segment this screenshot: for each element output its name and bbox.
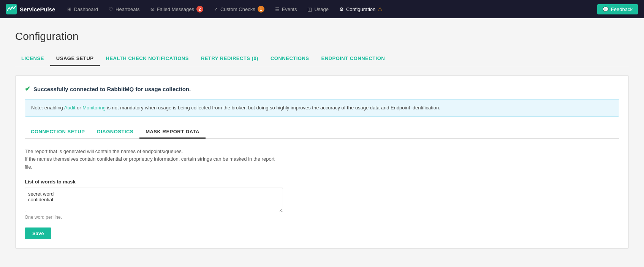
subtab-diagnostics[interactable]: DIAGNOSTICS (91, 126, 139, 139)
config-tabs: LICENSE USAGE SETUP HEALTH CHECK NOTIFIC… (15, 52, 629, 66)
custom-checks-badge: 1 (258, 6, 264, 13)
tab-usage-setup[interactable]: USAGE SETUP (50, 52, 100, 66)
success-message: ✔ Successfully connected to RabbitMQ for… (25, 85, 619, 93)
nav-link-heartbeats[interactable]: ♡ Heartbeats (104, 4, 144, 14)
tab-endpoint-connection[interactable]: ENDPOINT CONNECTION (315, 52, 391, 66)
brand-name: ServicePulse (20, 6, 55, 13)
tab-health-check-notifications[interactable]: HEALTH CHECK NOTIFICATIONS (100, 52, 195, 66)
brand-logo-icon (6, 4, 17, 14)
svg-rect-0 (6, 4, 17, 14)
monitoring-link[interactable]: Monitoring (82, 105, 106, 111)
sub-tabs: CONNECTION SETUP DIAGNOSTICS MASK REPORT… (25, 126, 619, 139)
tab-license[interactable]: LICENSE (15, 52, 50, 66)
nav-link-configuration[interactable]: ⚙ Configuration ⚠ (335, 4, 387, 14)
page-content: Configuration LICENSE USAGE SETUP HEALTH… (0, 18, 644, 261)
form-description: The report that is generated will contai… (25, 148, 619, 171)
subtab-connection-setup[interactable]: CONNECTION SETUP (25, 126, 91, 139)
hint-text: One word per line. (25, 215, 619, 220)
usage-icon: ◫ (307, 6, 312, 12)
tab-connections[interactable]: CONNECTIONS (264, 52, 315, 66)
events-icon: ☰ (275, 6, 280, 12)
success-icon: ✔ (25, 85, 30, 93)
nav-link-dashboard[interactable]: ⊞ Dashboard (63, 4, 103, 14)
subtab-mask-report-data[interactable]: MASK REPORT DATA (139, 126, 206, 139)
heartbeats-icon: ♡ (109, 6, 113, 12)
configuration-warning-icon: ⚠ (378, 6, 383, 12)
tab-retry-redirects[interactable]: RETRY REDIRECTS (0) (195, 52, 264, 66)
configuration-icon: ⚙ (339, 6, 344, 12)
save-button[interactable]: Save (25, 228, 51, 239)
nav-link-events[interactable]: ☰ Events (271, 4, 302, 14)
feedback-button[interactable]: 💬 Feedback (597, 4, 638, 14)
page-title: Configuration (15, 30, 629, 43)
failed-messages-badge: 2 (196, 6, 203, 13)
info-box: Note: enabling Audit or Monitoring is no… (25, 99, 619, 117)
nav-link-failed-messages[interactable]: ✉ Failed Messages 2 (146, 3, 208, 15)
failed-messages-icon: ✉ (150, 6, 155, 12)
dashboard-icon: ⊞ (67, 6, 71, 12)
navbar: ServicePulse ⊞ Dashboard ♡ Heartbeats ✉ … (0, 0, 644, 18)
nav-link-custom-checks[interactable]: ✓ Custom Checks 1 (209, 3, 269, 15)
list-label: List of words to mask (25, 179, 619, 185)
brand-logo-link[interactable]: ServicePulse (6, 4, 55, 14)
audit-link[interactable]: Audit (64, 105, 76, 111)
nav-links: ⊞ Dashboard ♡ Heartbeats ✉ Failed Messag… (63, 3, 597, 15)
nav-link-usage[interactable]: ◫ Usage (303, 4, 333, 14)
custom-checks-icon: ✓ (214, 6, 218, 12)
main-card: ✔ Successfully connected to RabbitMQ for… (15, 75, 629, 249)
feedback-icon: 💬 (603, 6, 609, 12)
mask-words-textarea[interactable]: secret word confidential (25, 188, 283, 212)
